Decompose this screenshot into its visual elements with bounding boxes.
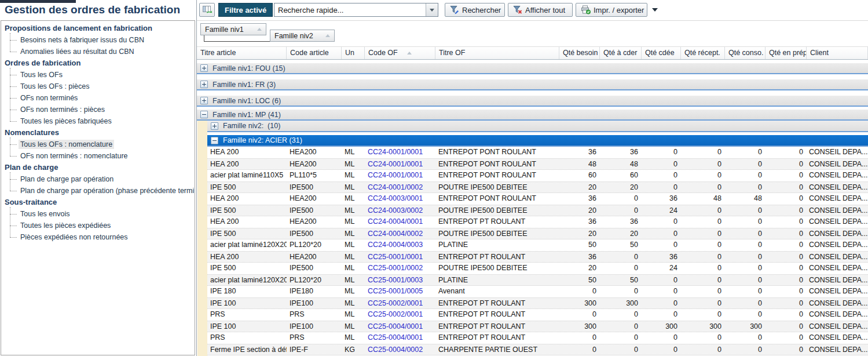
collapse-icon[interactable] <box>200 111 208 118</box>
expand-icon[interactable] <box>200 81 208 88</box>
impr-exporter-dropdown[interactable] <box>652 3 658 16</box>
sidebar-item[interactable]: Plan de charge par opération <box>1 173 195 185</box>
table-row[interactable]: HEA 200HEA200MLCC25-0001/0001ENTREPOT PT… <box>207 251 868 263</box>
code-of-link[interactable]: CC24-0004/0002 <box>368 230 423 238</box>
combo-dropdown-button[interactable] <box>426 3 438 16</box>
titre-article-cell: IPE 500 <box>207 205 287 216</box>
table-row[interactable]: acier plat laminé120X20PL120*20MLCC24-00… <box>207 239 868 251</box>
table-row[interactable]: acier plat laminé110X5PL110*5MLCC24-0001… <box>207 170 868 181</box>
sidebar-item[interactable]: Tous les OFs <box>1 69 195 81</box>
header-code-article[interactable]: Code article <box>287 47 342 59</box>
table-row[interactable]: Ferme IPE section à déf...IPE-FKGCC25-00… <box>207 344 868 355</box>
code-of-link[interactable]: CC25-0002/0001 <box>368 310 423 318</box>
code-of-link[interactable]: CC25-0004/0001 <box>368 322 423 330</box>
header-qte-recept[interactable]: Qté récept. <box>681 47 725 59</box>
header-label: Qté en prépa. <box>769 47 807 59</box>
code-of-link[interactable]: CC25-0004/0001 <box>368 333 423 342</box>
code-of-link[interactable]: CC25-0001/0005 <box>368 287 423 295</box>
group-tab-famille-niv1[interactable]: Famille niv1 <box>200 23 266 35</box>
header-un[interactable]: Un <box>342 47 365 59</box>
code-of-link[interactable]: CC24-0001/0001 <box>368 171 423 179</box>
table-row[interactable]: IPE 500IPE500MLCC25-0001/0002POUTRE IPE5… <box>207 263 868 274</box>
refresh-columns-button[interactable] <box>199 3 215 17</box>
group-row-niv2-acier[interactable]: Famille niv2: ACIER (31) <box>207 135 868 147</box>
filter-active-button[interactable]: Filtre activé <box>218 3 273 17</box>
code-of-link[interactable]: CC25-0004/0002 <box>368 346 423 354</box>
table-row[interactable]: IPE 500IPE500MLCC24-0004/0002POUTRE IPE5… <box>207 228 868 239</box>
sidebar-item[interactable]: Pièces expédiées non retournées <box>1 231 195 243</box>
header-titre-article[interactable]: Titre article <box>197 47 287 59</box>
code-of-cell: CC24-0004/0003 <box>365 239 435 251</box>
table-row[interactable]: HEA 200HEA200MLCC24-0001/0001ENTREPOT PO… <box>207 158 868 170</box>
sidebar-item[interactable]: Anomalies liées au résultat du CBN <box>1 46 195 57</box>
table-row[interactable]: IPE 100IPE100MLCC25-0004/0001ENTREPOT PT… <box>207 321 868 332</box>
code-of-link[interactable]: CC24-0001/0001 <box>368 160 423 168</box>
header-client[interactable]: Client <box>807 47 868 59</box>
code-of-link[interactable]: CC25-0001/0003 <box>368 276 423 284</box>
sidebar-item[interactable]: Tous les OFs : nomenclature <box>1 139 195 150</box>
sidebar-item[interactable]: Tous les envois <box>1 208 195 220</box>
code-of-link[interactable]: CC24-0004/0003 <box>368 241 423 249</box>
code-of-link[interactable]: CC24-0001/0002 <box>368 183 423 191</box>
sidebar-item[interactable]: Tous les OFs : pièces <box>1 81 195 92</box>
titre-article-cell: HEA 200 <box>207 193 287 205</box>
collapse-icon[interactable] <box>211 137 218 144</box>
expand-icon[interactable] <box>200 97 208 104</box>
group-row-niv2-empty[interactable]: Famille niv2: (10) <box>207 121 868 132</box>
top-strip <box>0 0 76 3</box>
table-row[interactable]: HEA 200HEA200MLCC24-0003/0001ENTREPOT PO… <box>207 193 868 205</box>
table-row[interactable]: HEA 200HEA200MLCC24-0004/0001ENTREPOT PT… <box>207 216 868 228</box>
expand-icon[interactable] <box>211 122 218 130</box>
sidebar-panel: Propositions de lancement en fabrication… <box>1 20 195 355</box>
search-combo[interactable] <box>274 3 438 17</box>
code-of-link[interactable]: CC24-0003/0001 <box>368 194 423 202</box>
search-input[interactable] <box>274 3 426 16</box>
sidebar-item[interactable]: Besoins nets à fabriquer issus du CBN <box>1 34 195 46</box>
sidebar-item[interactable]: Toutes les pièces fabriquées <box>1 115 195 127</box>
code-of-link[interactable]: CC25-0002/0001 <box>368 299 423 307</box>
group-row-fr[interactable]: Famille niv1: FR (3) <box>197 79 868 90</box>
group-row-loc[interactable]: Famille niv1: LOC (6) <box>197 96 868 107</box>
table-row[interactable]: IPE 500IPE500MLCC24-0003/0002POUTRE IPE5… <box>207 205 868 216</box>
afficher-tout-button[interactable]: Afficher tout <box>508 3 573 17</box>
code-of-link[interactable]: CC25-0001/0002 <box>368 264 423 272</box>
table-row[interactable]: acier plat laminé120X20PL120*20MLCC25-00… <box>207 274 868 286</box>
code-of-link[interactable]: CC25-0001/0001 <box>368 253 423 261</box>
qte-en-prepa-cell: 0 <box>766 147 807 158</box>
qte-besoin-cell: 20 <box>559 205 600 216</box>
rechercher-button[interactable]: Rechercher <box>445 3 505 17</box>
group-indent-strip <box>197 121 207 356</box>
un-cell: ML <box>342 170 365 181</box>
header-qte-en-prepa[interactable]: Qté en prépa. <box>766 47 807 59</box>
qte-conso-cell: 0 <box>725 182 766 192</box>
impr-exporter-button[interactable]: Impr. / exporter <box>576 3 647 17</box>
sidebar-item[interactable]: Toutes les pièces expédiées <box>1 220 195 231</box>
sidebar-item[interactable]: OFs non terminés : pièces <box>1 104 195 115</box>
expand-icon[interactable] <box>200 64 208 72</box>
sidebar-item[interactable]: Plan de charge par opération (phase préc… <box>1 185 195 197</box>
code-of-link[interactable]: CC24-0004/0001 <box>368 217 423 226</box>
header-code-of[interactable]: Code OF <box>365 47 435 59</box>
code-of-link[interactable]: CC24-0003/0002 <box>368 206 423 215</box>
qte-recept-cell: 0 <box>681 239 725 251</box>
sidebar-item[interactable]: OFs non terminés : nomenclature <box>1 150 195 162</box>
group-row-fou[interactable]: Famille niv1: FOU (15) <box>197 63 868 74</box>
table-row[interactable]: IPE 500IPE500MLCC24-0001/0002POUTRE IPE5… <box>207 181 868 193</box>
header-qte-cdee[interactable]: Qté cdée <box>642 47 681 59</box>
header-qte-conso[interactable]: Qté conso. <box>725 47 766 59</box>
group-row-mp[interactable]: Famille niv1: MP (41) <box>197 110 868 121</box>
sidebar-item[interactable]: OFs non terminés <box>1 92 195 104</box>
header-titre-of[interactable]: Titre OF <box>435 47 559 59</box>
header-qte-a-cder[interactable]: Qté à cder <box>600 47 642 59</box>
qte-a-cder-cell: 300 <box>600 298 642 308</box>
table-row[interactable]: IPE 100IPE100MLCC25-0002/0001ENTREPOT PT… <box>207 297 868 309</box>
code-article-cell: IPE100 <box>287 298 342 308</box>
header-qte-besoin[interactable]: Qté besoin <box>559 47 600 59</box>
table-row[interactable]: PRSPRSMLCC25-0002/0001ENTREPOT PT ROULAN… <box>207 309 868 321</box>
table-row[interactable]: IPE 180IPE180MLCC25-0001/0005Avenant0000… <box>207 286 868 297</box>
code-of-link[interactable]: CC24-0001/0001 <box>368 148 423 156</box>
table-row[interactable]: PRSPRSMLCC25-0004/0001ENTREPOT PT ROULAN… <box>207 332 868 344</box>
table-row[interactable]: HEA 200HEA200MLCC24-0001/0001ENTREPOT PO… <box>207 147 868 158</box>
group-tab-famille-niv2[interactable]: Famille niv2 <box>270 30 335 42</box>
qte-recept-cell: 0 <box>681 216 725 228</box>
